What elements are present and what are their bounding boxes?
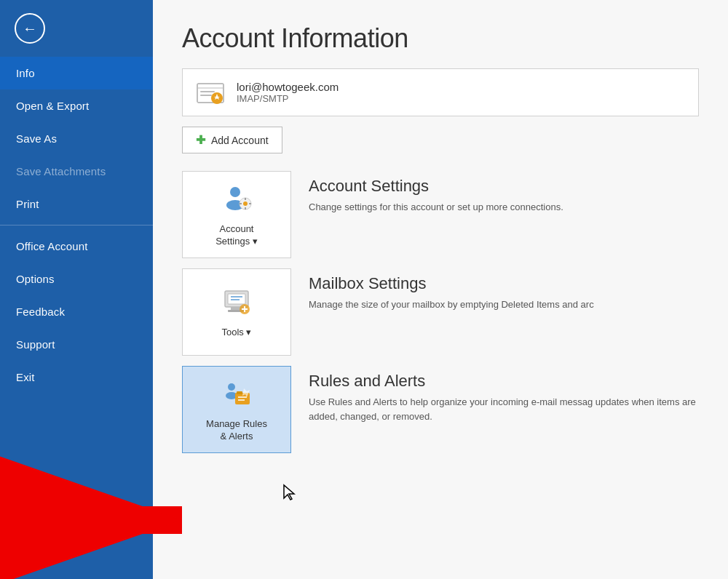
svg-rect-27: [237, 391, 242, 394]
account-settings-tile[interactable]: AccountSettings ▾: [182, 171, 291, 258]
svg-point-7: [230, 187, 240, 197]
tools-description: Mailbox Settings Manage the size of your…: [291, 268, 699, 312]
sidebar-nav: Info Open & Export Save As Save Attachme…: [0, 57, 153, 579]
svg-point-24: [228, 383, 235, 391]
tools-title: Mailbox Settings: [309, 274, 699, 293]
email-icon-svg: [196, 78, 225, 107]
add-account-label: Add Account: [211, 135, 269, 146]
page-title: Account Information: [153, 0, 728, 68]
manage-rules-label: Manage Rules& Alerts: [206, 418, 267, 443]
sidebar-item-save-attachments: Save Attachments: [0, 155, 153, 188]
tile-row-tools: Tools ▾ Mailbox Settings Manage the size…: [182, 268, 699, 356]
sidebar-item-office-account[interactable]: Office Account: [0, 230, 153, 263]
main-content: lori@howtogeek.com IMAP/SMTP ✚ Add Accou…: [153, 68, 728, 579]
account-type: IMAP/SMTP: [237, 93, 339, 104]
tools-text: Manage the size of your mailbox by empty…: [309, 298, 699, 312]
tile-row-manage-rules: Manage Rules& Alerts Rules and Alerts Us…: [182, 366, 699, 453]
account-settings-title: Account Settings: [309, 177, 699, 196]
sidebar-item-exit[interactable]: Exit: [0, 361, 153, 394]
account-details: lori@howtogeek.com IMAP/SMTP: [237, 81, 339, 104]
sidebar-item-save-as[interactable]: Save As: [0, 122, 153, 155]
account-email: lori@howtogeek.com: [237, 81, 339, 93]
account-settings-label: AccountSettings ▾: [215, 223, 258, 248]
sidebar: ← Info Open & Export Save As Save Attach…: [0, 0, 153, 579]
manage-rules-icon: [221, 377, 253, 412]
sidebar-item-feedback[interactable]: Feedback: [0, 295, 153, 328]
plus-icon: ✚: [196, 133, 205, 147]
account-bar: lori@howtogeek.com IMAP/SMTP: [182, 68, 699, 116]
main-content-area: Account Information lori@howtogeek.com I…: [153, 0, 728, 579]
sidebar-back: ←: [0, 0, 153, 57]
sidebar-item-print[interactable]: Print: [0, 188, 153, 220]
account-settings-text: Change settings for this account or set …: [309, 200, 699, 215]
sidebar-item-info[interactable]: Info: [0, 57, 153, 89]
svg-rect-16: [228, 294, 245, 304]
back-arrow-icon: ←: [23, 20, 37, 37]
account-settings-icon: [221, 182, 253, 217]
account-settings-description: Account Settings Change settings for thi…: [291, 171, 699, 215]
manage-rules-tile[interactable]: Manage Rules& Alerts: [182, 366, 291, 453]
tiles-area: AccountSettings ▾ Account Settings Chang…: [182, 171, 699, 463]
tile-row-account-settings: AccountSettings ▾ Account Settings Chang…: [182, 171, 699, 258]
tools-icon: [221, 285, 253, 321]
manage-rules-description: Rules and Alerts Use Rules and Alerts to…: [291, 366, 699, 423]
tools-tile[interactable]: Tools ▾: [182, 268, 291, 356]
sidebar-item-options[interactable]: Options: [0, 263, 153, 295]
sidebar-divider: [0, 225, 153, 225]
tools-label: Tools ▾: [222, 327, 252, 339]
manage-rules-text: Use Rules and Alerts to help organize yo…: [309, 395, 699, 423]
back-button[interactable]: ←: [15, 13, 45, 44]
svg-rect-4: [200, 95, 212, 96]
manage-rules-title: Rules and Alerts: [309, 372, 699, 391]
svg-point-10: [243, 201, 248, 206]
account-icon: [194, 76, 226, 108]
add-account-button[interactable]: ✚ Add Account: [182, 127, 282, 153]
sidebar-item-open-export[interactable]: Open & Export: [0, 89, 153, 122]
sidebar-item-support[interactable]: Support: [0, 328, 153, 361]
svg-rect-3: [200, 91, 215, 92]
